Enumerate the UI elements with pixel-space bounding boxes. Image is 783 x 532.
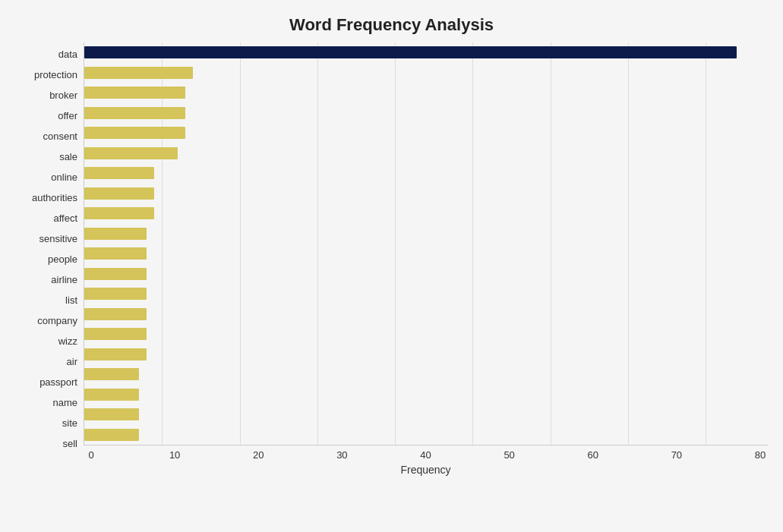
bar: [84, 368, 139, 380]
bar: [84, 228, 147, 240]
bar-row: [84, 385, 768, 405]
bar-row: [84, 83, 768, 103]
y-axis: dataprotectionbrokerofferconsentsaleonli…: [15, 42, 84, 476]
y-label: sale: [59, 146, 77, 166]
y-label: data: [58, 44, 77, 64]
bar: [84, 107, 185, 119]
x-tick: 30: [334, 449, 349, 461]
bar: [84, 348, 147, 360]
bar: [84, 288, 147, 300]
y-label: broker: [49, 85, 77, 105]
bar: [84, 46, 737, 58]
bar: [84, 87, 185, 99]
bar-row: [84, 203, 768, 224]
bar-row: [84, 163, 768, 184]
bar-row: [84, 103, 768, 124]
y-label: affect: [53, 208, 77, 228]
x-tick: 70: [669, 449, 684, 461]
y-label: name: [52, 392, 77, 412]
bar-row: [84, 123, 768, 143]
bar-row: [84, 345, 768, 365]
y-label: consent: [43, 126, 77, 146]
x-axis: 01020304050607080: [84, 445, 768, 461]
bar: [84, 127, 185, 139]
bar: [84, 268, 147, 280]
x-tick: 50: [502, 449, 517, 461]
bar-row: [84, 63, 768, 83]
y-label: offer: [58, 105, 77, 125]
bar: [84, 328, 147, 340]
y-label: authorities: [32, 187, 77, 207]
bar: [84, 167, 154, 179]
chart-title: Word Frequency Analysis: [15, 15, 768, 35]
bar-rows: [84, 42, 768, 445]
bar-row: [84, 304, 768, 325]
y-label: passport: [39, 372, 77, 392]
x-tick: 10: [167, 449, 182, 461]
y-label: air: [67, 351, 77, 371]
x-tick: 0: [84, 449, 99, 461]
bar-row: [84, 184, 768, 204]
bar-row: [84, 284, 768, 304]
x-tick: 40: [418, 449, 434, 461]
y-label: wizz: [58, 331, 77, 351]
bar-row: [84, 244, 768, 264]
bar: [84, 389, 139, 401]
bar-row: [84, 324, 768, 345]
y-label: sensitive: [39, 228, 77, 248]
bar: [84, 247, 147, 260]
y-label: people: [48, 249, 77, 269]
bars-section: [84, 42, 768, 445]
y-label: site: [62, 413, 77, 433]
bar: [84, 207, 154, 219]
y-label: online: [51, 167, 77, 187]
x-axis-label: Frequency: [84, 464, 768, 476]
bar: [84, 67, 193, 79]
bar-row: [84, 425, 768, 445]
y-label: protection: [34, 65, 77, 84]
y-label: airline: [51, 269, 77, 289]
x-tick: 20: [251, 449, 266, 461]
bar-row: [84, 405, 768, 425]
bars-and-xaxis: 01020304050607080 Frequency: [84, 42, 768, 476]
bar-row: [84, 224, 768, 244]
bar-row: [84, 143, 768, 164]
bar-row: [84, 42, 768, 63]
y-label: sell: [62, 433, 77, 453]
y-label: list: [65, 290, 77, 310]
bar-row: [84, 364, 768, 385]
bar: [84, 187, 154, 200]
bar-row: [84, 264, 768, 285]
chart-area: dataprotectionbrokerofferconsentsaleonli…: [15, 42, 768, 476]
x-tick: 60: [586, 449, 601, 461]
bar: [84, 308, 147, 320]
x-tick: 80: [753, 449, 768, 461]
bar: [84, 147, 178, 159]
chart-container: Word Frequency Analysis dataprotectionbr…: [0, 0, 783, 532]
y-label: company: [37, 310, 77, 330]
bar: [84, 408, 139, 420]
bar: [84, 429, 139, 441]
